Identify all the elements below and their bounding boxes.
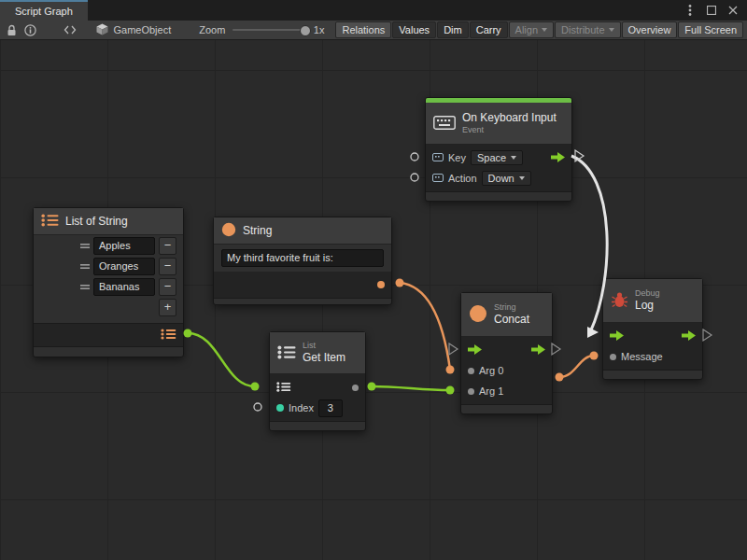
window-controls [684, 0, 747, 21]
info-icon[interactable] [22, 21, 39, 38]
node-string-literal[interactable]: String My third favorite fruit is: [213, 217, 392, 305]
drag-handle-icon[interactable] [80, 260, 90, 272]
key-label: Key [448, 152, 466, 163]
wire-string-to-concat [400, 283, 450, 370]
concat-output-endpoint[interactable] [556, 373, 564, 382]
kebab-menu-icon[interactable] [684, 4, 697, 17]
key-port-row: Key Space [426, 147, 571, 168]
key-dropdown[interactable]: Space [471, 150, 523, 165]
values-button[interactable]: Values [392, 21, 436, 38]
index-label: Index [289, 402, 314, 413]
close-icon[interactable] [726, 4, 740, 17]
node-category: List [303, 341, 345, 351]
getitem-list-endpoint[interactable] [251, 383, 260, 391]
distribute-button[interactable]: Distribute [555, 21, 620, 38]
string-output-port[interactable] [377, 281, 385, 288]
flow-output-port[interactable] [682, 330, 696, 343]
node-get-item[interactable]: List Get Item Index 3 [269, 331, 366, 431]
list-input-port[interactable] [276, 382, 291, 394]
log-flow-in-arrowhead[interactable] [587, 327, 599, 338]
full-screen-button[interactable]: Full Screen [678, 21, 743, 38]
zoom-slider-handle[interactable] [300, 25, 311, 36]
log-flow-out-triangle[interactable] [703, 329, 712, 341]
wire-list-to-getitem [188, 333, 255, 386]
list-input-row [270, 377, 365, 398]
node-concat[interactable]: String Concat Arg 0 [460, 292, 553, 414]
node-on-keyboard-input[interactable]: On Keyboard Input Event Key Space [425, 97, 572, 202]
unity-cube-icon [96, 23, 108, 37]
arg0-row: Arg 0 [461, 360, 552, 381]
overview-button[interactable]: Overview [622, 21, 678, 38]
gameobject-label: GameObject [113, 24, 171, 35]
action-external-port[interactable] [411, 174, 418, 181]
maximize-icon[interactable] [705, 4, 718, 17]
drag-handle-icon[interactable] [80, 240, 90, 251]
dim-button[interactable]: Dim [437, 21, 469, 38]
list-output-port[interactable] [161, 329, 176, 342]
list-item-field-0[interactable]: Apples [93, 237, 155, 255]
keyboard-mini-icon [432, 152, 444, 163]
gameobject-reference[interactable]: GameObject [96, 23, 171, 37]
getitem-output-endpoint[interactable] [368, 383, 376, 391]
item-output-port[interactable] [352, 385, 359, 391]
toolbar-buttons: Relations Values Dim Carry Align Distrib… [335, 21, 743, 38]
tab-title: Script Graph [15, 6, 73, 17]
key-external-port[interactable] [411, 153, 418, 161]
arg0-input-port[interactable] [468, 368, 474, 374]
list-item-row: Oranges − [34, 256, 183, 276]
remove-item-button[interactable]: − [159, 278, 176, 296]
arg1-input-port[interactable] [468, 388, 474, 395]
arg1-label: Arg 1 [479, 385, 503, 397]
add-item-button[interactable]: + [159, 299, 176, 316]
node-debug-log[interactable]: Debug Log Message [602, 278, 703, 380]
index-input-port[interactable] [276, 404, 284, 412]
index-external-port[interactable] [254, 403, 261, 411]
flow-row [603, 326, 702, 346]
action-dropdown[interactable]: Down [482, 171, 531, 186]
node-title: Concat [494, 313, 529, 326]
string-output-endpoint[interactable] [396, 279, 404, 287]
remove-item-button[interactable]: − [159, 237, 176, 255]
graph-toolbar: GameObject Zoom 1x Relations Values Dim … [0, 21, 747, 40]
list-item-field-1[interactable]: Oranges [93, 258, 155, 275]
node-title: On Keyboard Input [462, 111, 557, 124]
string-circle-icon [221, 222, 236, 239]
flow-input-port[interactable] [610, 330, 624, 343]
relations-button[interactable]: Relations [335, 21, 391, 38]
keyboard-flow-triangle[interactable] [575, 150, 584, 161]
code-icon[interactable] [62, 21, 78, 38]
remove-item-button[interactable]: − [159, 258, 176, 275]
carry-button[interactable]: Carry [470, 21, 508, 38]
align-button[interactable]: Align [509, 21, 554, 38]
flow-input-port[interactable] [468, 344, 482, 357]
zoom-slider[interactable] [233, 29, 305, 31]
list-item-field-2[interactable]: Bananas [93, 278, 155, 296]
action-port-row: Action Down [426, 168, 571, 189]
index-field[interactable]: 3 [318, 399, 343, 417]
concat-arg0-endpoint[interactable] [446, 366, 455, 374]
drag-handle-icon[interactable] [80, 281, 90, 292]
graph-canvas[interactable]: On Keyboard Input Event Key Space [0, 0, 747, 560]
lock-icon[interactable] [4, 21, 21, 38]
node-subtitle: Event [462, 125, 557, 135]
log-message-endpoint[interactable] [590, 352, 599, 360]
keyboard-icon [433, 116, 456, 132]
node-list-of-string[interactable]: List of String Apples − Oranges − [33, 207, 184, 357]
message-label: Message [621, 351, 663, 362]
arg1-row: Arg 1 [461, 381, 552, 401]
flow-output-port[interactable] [551, 152, 565, 164]
wire-getitem-to-concat [372, 386, 450, 390]
concat-flow-out-triangle[interactable] [552, 343, 560, 355]
string-value-field[interactable]: My third favorite fruit is: [221, 249, 384, 267]
node-category: Debug [635, 288, 660, 299]
concat-flow-in-triangle[interactable] [449, 343, 458, 355]
node-title: Get Item [303, 351, 345, 364]
list-output-endpoint[interactable] [184, 329, 192, 338]
list-icon [41, 214, 59, 229]
concat-arg1-endpoint[interactable] [446, 386, 455, 395]
flow-output-port[interactable] [531, 344, 545, 357]
message-input-port[interactable] [610, 354, 616, 360]
message-row: Message [603, 346, 702, 367]
tab-script-graph[interactable]: Script Graph [0, 0, 88, 21]
index-input-row: Index 3 [270, 398, 365, 418]
